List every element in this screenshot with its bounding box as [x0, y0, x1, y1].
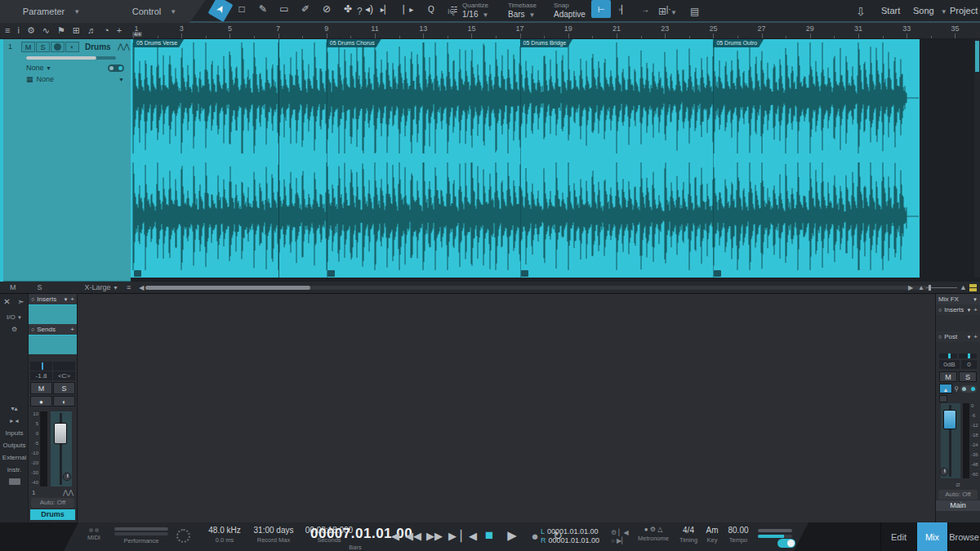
project-page-link[interactable]: Project [950, 6, 978, 16]
channel-solo-button[interactable]: S [53, 382, 75, 394]
inserts-box[interactable] [29, 304, 77, 324]
collapse-icons[interactable]: ▾▴ [0, 402, 29, 415]
track-solo-button[interactable]: S [36, 42, 50, 52]
timeline-ruler[interactable]: 1357911131517192123252729313335 4/4 [131, 23, 980, 39]
pan-width-slider[interactable] [53, 362, 75, 371]
play-button[interactable]: ▶ [501, 527, 523, 544]
start-page-link[interactable]: Start [881, 6, 900, 16]
quantize-icon[interactable]: Q [421, 0, 441, 18]
main-pan-knob[interactable] [940, 468, 948, 476]
time-icon[interactable]: ◔ [104, 26, 109, 35]
tempo-display[interactable]: 80.00Tempo [724, 526, 753, 544]
main-toggle[interactable] [960, 385, 977, 393]
arrow-tool[interactable]: ➤ [207, 0, 233, 22]
channel-mute-button[interactable]: M [30, 382, 52, 394]
console-nav-inputs[interactable]: Inputs [0, 427, 29, 439]
bank-list-icon[interactable] [0, 476, 29, 489]
console-nav-outputs[interactable]: Outputs [0, 439, 29, 451]
horizontal-scrollbar[interactable] [145, 286, 929, 290]
parameter-dropdown[interactable]: Parameter ▼ [0, 0, 103, 23]
pan-slider[interactable] [30, 362, 52, 371]
folder-grid-icon[interactable]: ⊞ [73, 26, 80, 35]
main-automation-button[interactable]: Auto: Off [938, 490, 978, 500]
main-pan-right-slider[interactable] [959, 353, 977, 358]
power-icon[interactable]: ○ [31, 327, 34, 332]
paint-tool[interactable]: ✐ [296, 0, 315, 18]
snap-event-icon[interactable]: ▫▏ [613, 0, 633, 18]
automation-mode-button[interactable]: Auto: Off [31, 498, 74, 508]
stereo-toggle[interactable] [108, 64, 124, 72]
vertical-scrollbar-thumb[interactable] [975, 41, 979, 72]
channel-name[interactable]: Drums [30, 509, 75, 520]
zoom-slider-thumb[interactable] [929, 285, 931, 291]
volume-fader[interactable] [54, 423, 67, 444]
marker-flag[interactable] [714, 270, 721, 277]
region-tab-1[interactable]: 05 Drums Verse [133, 39, 184, 47]
power-icon[interactable]: ○ [31, 296, 34, 302]
quantize-dropdown[interactable]: Quantize 1/16▼ [462, 2, 488, 21]
mute-tool[interactable]: ⊘ [317, 0, 336, 18]
zoom-out-icon[interactable]: ▲ [918, 284, 924, 291]
post-header[interactable]: ○ Post ▼ + [936, 331, 980, 342]
performance-meter[interactable]: Performance [114, 526, 168, 544]
play-selection-icon[interactable]: ▏▸ [399, 0, 418, 18]
channel-monitor-button[interactable]: ◐ [53, 396, 75, 407]
track-height-select[interactable]: X-Large ▼ [85, 283, 118, 291]
punch-preroll-icons[interactable]: ⚙ ▏◀○ ▶▏ [611, 529, 629, 545]
return-start-button[interactable]: ▏◀ [461, 527, 477, 544]
time-signature-display[interactable]: 4/4Timing [676, 526, 701, 544]
main-channel-name[interactable]: Main [936, 500, 980, 511]
region-tab-4[interactable]: 05 Drums Outro [713, 39, 764, 47]
main-mute-button[interactable]: M [939, 371, 957, 382]
position-display[interactable]: 00007.01.01.00 Bars [310, 526, 400, 551]
video-icon[interactable]: ▤ [690, 7, 699, 16]
grid-layout-icon[interactable]: ⊞▼ [658, 7, 677, 16]
snap-toggle-icon[interactable]: ⊢ [591, 0, 611, 18]
marker-flag[interactable] [327, 270, 335, 277]
vertical-scrollbar[interactable] [974, 39, 980, 278]
wrench-icon[interactable]: ⚙ [0, 323, 29, 335]
list-icon[interactable]: ≡ [127, 283, 131, 291]
browse-view-button[interactable]: Browse [947, 522, 980, 551]
marker-icon[interactable]: ⚑ [57, 26, 65, 35]
global-mute-button[interactable]: M [10, 283, 16, 291]
add-post-icon[interactable]: + [973, 333, 978, 340]
bend-tool[interactable]: ✤ [338, 0, 358, 18]
track-record-arm-button[interactable] [51, 42, 65, 52]
split-tool[interactable]: ✎ [253, 0, 273, 18]
rewind-button[interactable]: ◀◀ [403, 527, 423, 544]
main-volume-readout[interactable]: 0dB [939, 360, 960, 369]
console-nav-external[interactable]: External [0, 451, 29, 464]
key-display[interactable]: AmKey [701, 526, 724, 544]
control-dropdown[interactable]: Control ▼ [103, 0, 206, 23]
power-icon[interactable]: ○ [938, 307, 942, 313]
mixfx-header[interactable]: Mix FX ▼ [936, 294, 980, 304]
notes-icon[interactable]: ♬ [87, 26, 96, 35]
add-insert-icon[interactable]: + [70, 295, 74, 303]
add-track-icon[interactable]: + [117, 26, 122, 35]
add-send-icon[interactable]: + [70, 326, 74, 333]
snap-cursor-icon[interactable]: → [635, 0, 655, 18]
region-tab-2[interactable]: 05 Drums Chorus [327, 39, 381, 47]
track-mute-button[interactable]: M [21, 42, 35, 52]
link-button[interactable] [939, 395, 947, 402]
horizontal-scrollbar-thumb[interactable] [145, 286, 310, 290]
zoom-preset-icons[interactable] [969, 283, 977, 292]
main-volume-fader[interactable] [943, 410, 956, 429]
main-solo-button[interactable]: S [959, 371, 977, 382]
eraser-tool[interactable]: ▭ [274, 0, 294, 18]
menu-icon[interactable]: ≡ [5, 26, 10, 35]
play-cursor-icon[interactable]: ▸▏ [376, 0, 395, 18]
cue-icon[interactable]: ⚲ [954, 385, 959, 393]
sends-box[interactable] [29, 335, 77, 354]
next-marker-button[interactable]: ▶ [446, 527, 459, 544]
loop-locators[interactable]: L00001.01.01.00 R00001.01.01.00 [541, 527, 599, 545]
edit-view-button[interactable]: Edit [880, 522, 916, 551]
region-tab-3[interactable]: 05 Drums Bridge [520, 39, 573, 47]
sends-header[interactable]: ○ Sends + [29, 324, 77, 335]
timebase-dropdown[interactable]: Timebase Bars▼ [508, 2, 537, 21]
track-instrument-select[interactable]: None [37, 75, 55, 83]
prev-marker-button[interactable]: ◀ [389, 527, 402, 544]
track-input-select[interactable]: None ▼ [26, 64, 51, 72]
marker-flag[interactable] [134, 270, 141, 277]
